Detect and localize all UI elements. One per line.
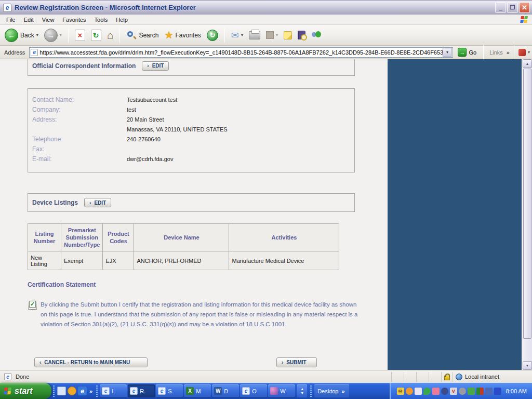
pdf-toolbar-icon[interactable] [518,49,526,56]
minimize-button[interactable]: _ [495,2,506,13]
tray-update-icon[interactable] [468,388,475,395]
task-button-4[interactable]: X M [184,384,211,397]
edit-page-button[interactable]: ▾ [264,30,280,40]
menu-edit[interactable]: Edit [20,16,38,24]
search-label: Search [139,32,158,39]
menu-favorites[interactable]: Favorites [58,16,90,24]
tray-network-activity-icon[interactable] [476,388,484,395]
col-device-name: Device Name [134,224,229,251]
ie-app-icon: e [3,4,11,12]
pdf-dropdown-icon[interactable]: ▾ [528,50,530,55]
quicklaunch-overflow-icon[interactable]: » [88,388,94,394]
scroll-down-button[interactable]: ▼ [523,361,532,370]
windows-logo-icon [521,16,528,23]
mail-dropdown-icon[interactable]: ▾ [241,33,243,37]
taskbar-scroll-control[interactable]: ▲ ▼ [297,384,307,397]
scroll-thumb[interactable] [523,69,531,339]
address-dropdown-icon[interactable]: ▾ [443,48,451,57]
table-row: New Listing Exempt EJX ANCHOR, PREFORMED… [28,251,339,270]
menu-help[interactable]: Help [112,16,132,24]
check-icon: ✓ [30,301,35,307]
address-bar: Address e ▾ → Go Links » ▾ [0,46,532,59]
scroll-up-icon[interactable]: ▲ [300,387,304,391]
toolbar-separator [483,45,484,60]
links-overflow-icon[interactable]: » [507,49,510,56]
task-button-7[interactable]: W [268,384,295,397]
home-button[interactable]: ⌂ [105,29,115,42]
menu-tools[interactable]: Tools [90,16,112,24]
quicklaunch-ie-icon[interactable]: e [78,387,87,395]
back-button[interactable]: ← Back ▾ [3,28,40,43]
scroll-up-button[interactable]: ▲ [523,59,532,68]
refresh-button[interactable]: ↻ [89,29,103,42]
correspondent-edit-button[interactable]: › EDIT [142,61,169,71]
desktop-overflow-icon[interactable]: » [340,388,345,394]
menu-view[interactable]: View [38,16,59,24]
tray-security-shield-icon[interactable] [485,388,493,395]
history-button[interactable]: ↻ [205,29,220,42]
tray-key-icon[interactable] [441,388,448,395]
tray-clock-icon[interactable] [406,388,413,395]
favorites-label: Favorites [175,32,201,39]
stop-icon: × [75,30,85,41]
messenger-button[interactable] [310,30,323,41]
address-input[interactable] [39,49,443,56]
research-button[interactable] [296,30,307,41]
discuss-icon [284,31,292,39]
start-button[interactable]: start [0,383,51,399]
close-button[interactable]: ✕ [519,2,530,13]
stop-button[interactable]: × [73,29,87,42]
tray-graphics-app-icon[interactable] [415,388,422,395]
links-label[interactable]: Links [488,49,504,56]
edit-dropdown-icon[interactable]: ▾ [276,33,278,37]
tray-mail-icon[interactable]: ✉ [397,388,404,395]
task-button-1[interactable]: e I. [100,384,127,397]
show-desktop-icon[interactable] [57,387,66,395]
desktop-toolbar[interactable]: Desktop » [314,384,349,397]
favorites-button[interactable]: ★ Favorites [163,30,202,41]
mail-button[interactable]: ✉ ▾ [230,29,245,42]
vertical-scrollbar[interactable]: ▲ ▼ [523,59,532,370]
lock-icon [444,376,450,380]
back-dropdown-icon[interactable]: ▾ [36,33,38,37]
tray-antivirus-icon[interactable]: V [450,388,457,395]
field-row: Fax: [32,144,354,154]
scroll-down-icon[interactable]: ▼ [300,391,304,395]
task-button-6[interactable]: e O [240,384,267,397]
quicklaunch-grip[interactable] [53,385,55,397]
tray-disconnected-icon[interactable] [459,388,466,395]
discuss-button[interactable] [282,30,294,41]
task-button-2-active[interactable]: e R. [128,384,155,397]
refresh-icon: ↻ [91,30,101,41]
cancel-chevron-icon: ‹ [39,360,41,365]
quicklaunch-clock-icon[interactable] [68,387,76,395]
go-button[interactable]: → Go [455,47,479,57]
favorites-star-icon: ★ [164,31,173,40]
page-side-panel [388,59,522,370]
submit-button[interactable]: › SUBMIT [276,357,317,367]
certification-checkbox[interactable]: ✓ [29,301,36,308]
tray-chat-icon[interactable] [423,388,431,395]
restore-button[interactable]: ❐ [507,2,518,13]
taskbar-clock: 8:00 AM [506,388,527,394]
desktop-toolbar-grip[interactable] [310,385,312,397]
col-product-codes: Product Codes [103,224,134,251]
cancel-button[interactable]: ‹ CANCEL - RETURN to MAIN MENU [34,357,148,367]
forward-dropdown-icon[interactable]: ▾ [60,33,62,37]
print-button[interactable] [247,30,262,41]
device-listings-heading-box: Device Listings › EDIT [28,193,355,212]
device-listings-edit-button[interactable]: › EDIT [84,198,111,207]
edit-chevron-icon: › [89,200,91,206]
device-listings-table: Listing Number Premarket Submission Numb… [28,223,339,270]
ie-icon: e [130,387,138,395]
tray-display-icon[interactable] [494,388,501,395]
task-button-5[interactable]: W D [212,384,239,397]
task-button-3[interactable]: e S. [156,384,183,397]
messenger-app-icon [270,387,278,395]
forward-button[interactable]: → ▾ [43,28,63,43]
tray-offline-user-icon[interactable] [432,388,440,395]
taskarea-grip[interactable] [96,385,98,397]
search-button[interactable]: Search [125,29,160,42]
menu-file[interactable]: File [2,16,20,24]
cell-product-codes: EJX [103,251,134,270]
